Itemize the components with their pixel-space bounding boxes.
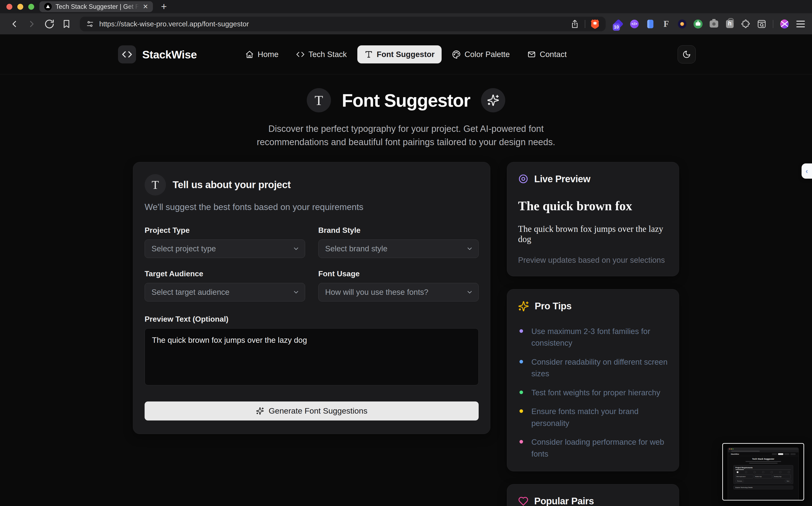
tips-list: Use maximum 2-3 font families for consis… [518,326,668,460]
chevron-left-icon: ‹ [806,167,808,175]
nav-item-color-palette[interactable]: Color Palette [445,46,517,64]
reload-icon[interactable] [44,19,55,29]
screenshot-preview-thumbnail[interactable]: StackWise Tech Stack Suggester Project R… [722,443,804,501]
tip-item: Test font weights for proper hierarchy [518,387,668,399]
extension-camera-icon[interactable] [709,19,719,29]
brand-name: StackWise [142,48,197,61]
new-tab-button[interactable]: + [161,2,167,12]
brand-style-select[interactable]: Select brand style [318,240,479,258]
live-preview-title: Live Preview [534,174,590,184]
field-font-usage: Font Usage How will you use these fonts? [318,269,479,302]
mini-requirements-card: Project Requirements Web Application Mob… [733,465,793,484]
divider [585,20,585,28]
main-nav: Home Tech Stack Font Suggestor Color Pal… [238,46,574,64]
back-icon[interactable] [9,19,19,29]
chevron-down-icon [466,288,473,296]
select-placeholder: Select project type [151,244,216,253]
hero: T Font Suggestor Discover the perfect ty… [0,88,812,149]
nav-item-font-suggestor[interactable]: Font Suggestor [357,46,442,64]
mini-brand: StackWise [731,453,739,455]
nav-item-home[interactable]: Home [238,46,286,64]
extensions-puzzle-icon[interactable] [741,19,750,29]
extension-bag-icon[interactable] [725,19,735,29]
popular-pairs-title: Popular Pairs [534,496,594,506]
heart-icon [518,496,528,506]
main-content: T Tell us about your project We'll sugge… [133,162,679,506]
tip-dot [519,440,523,443]
target-audience-select[interactable]: Select target audience [144,283,305,302]
nav-label: Tech Stack [308,50,347,59]
field-label: Font Usage [318,269,479,278]
sidebar-handle[interactable]: ‹ [802,163,812,179]
pro-tips-card: Pro Tips Use maximum 2-3 font families f… [507,289,679,472]
sparkles-icon [256,407,264,415]
extension-robot-icon[interactable] [693,19,703,29]
nav-label: Home [258,50,279,59]
page-search-icon[interactable] [757,19,767,29]
url-text[interactable]: https://stack-wise-pro.vercel.app/font-s… [99,20,570,28]
tip-item: Ensure fonts match your brand personalit… [518,406,668,429]
menu-icon[interactable] [796,21,805,27]
close-window-button[interactable] [6,4,12,10]
page-title: Font Suggestor [342,90,470,111]
site-header: StackWise Home Tech Stack Font Suggestor… [0,35,812,74]
field-brand-style: Brand Style Select brand style [318,226,479,258]
forward-icon[interactable] [27,19,37,29]
tip-dot [519,409,523,413]
tip-item: Use maximum 2-3 font families for consis… [518,326,668,349]
brave-shield-icon[interactable] [591,19,600,29]
preview-text-input[interactable]: The quick brown fox jumps over the lazy … [144,328,479,385]
maximize-window-button[interactable] [28,4,34,10]
type-icon [365,50,373,59]
extension-diamond-icon[interactable]: 10 [614,19,623,29]
generate-font-suggestions-button[interactable]: Generate Font Suggestions [144,402,479,420]
sidebar-column: Live Preview The quick brown fox The qui… [507,162,679,506]
field-label: Project Type [144,226,305,235]
chevron-down-icon [293,288,300,296]
nav-label: Font Suggestor [377,50,435,59]
project-form-card: T Tell us about your project We'll sugge… [133,162,490,434]
home-icon [245,50,254,59]
preview-text-label: Preview Text (Optional) [144,315,479,324]
extension-docs-icon[interactable] [645,19,655,29]
minimize-window-button[interactable] [17,4,23,10]
url-bar[interactable]: https://stack-wise-pro.vercel.app/font-s… [80,17,606,31]
divider [773,20,773,28]
nav-item-contact[interactable]: Contact [520,46,574,64]
extension-code-icon[interactable]: </> [630,19,639,29]
profile-avatar-icon[interactable] [780,19,789,29]
tip-dot [519,360,523,363]
browser-tab[interactable]: Tech Stack Suggester | Get Pe ✕ [39,1,153,12]
share-icon[interactable] [570,19,580,29]
type-circle-icon: T [144,174,166,195]
pro-tips-title: Pro Tips [535,301,572,312]
moon-icon [682,50,691,59]
sparkles-bubble-icon [481,88,505,112]
nav-item-tech-stack[interactable]: Tech Stack [289,46,354,64]
field-label: Target Audience [144,269,305,278]
extension-f-icon[interactable]: F [662,19,671,29]
code-logo-icon [118,46,136,64]
project-type-select[interactable]: Select project type [144,240,305,258]
popular-pairs-card: Popular Pairs Inter + Roboto Modern & Cl… [507,484,679,506]
tip-dot [519,391,523,394]
brand[interactable]: StackWise [118,46,197,64]
select-placeholder: Select target audience [151,288,229,297]
preview-note: Preview updates based on your selections [518,256,668,265]
field-label: Brand Style [318,226,479,235]
mini-page-title: Tech Stack Suggester [728,458,799,460]
sparkles-icon [518,301,529,312]
code-icon [296,50,305,59]
mail-icon [527,50,536,59]
extension-planet-icon[interactable] [677,19,687,29]
tab-close-icon[interactable]: ✕ [143,4,148,10]
vercel-favicon-icon [44,3,52,10]
theme-toggle-button[interactable] [678,46,696,64]
font-usage-select[interactable]: How will you use these fonts? [318,283,479,302]
bookmark-icon[interactable] [62,19,71,29]
chevron-down-icon [293,245,300,252]
preview-heading: The quick brown fox [518,198,668,213]
screen: Tech Stack Suggester | Get Pe ✕ + https:… [0,0,812,506]
site-settings-icon[interactable] [86,20,94,28]
browser-toolbar: https://stack-wise-pro.vercel.app/font-s… [0,13,812,35]
